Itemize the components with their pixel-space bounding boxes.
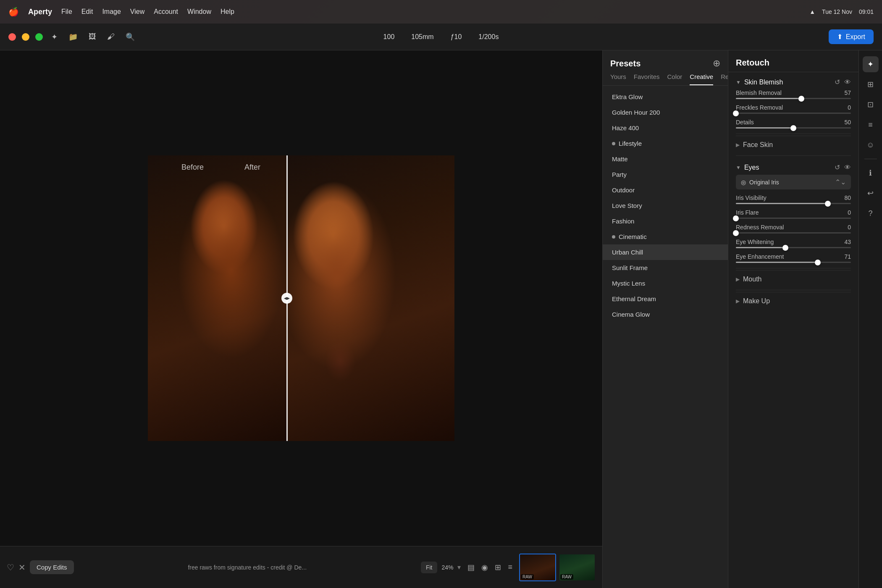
tool-layers[interactable]: ⊞ [863, 76, 879, 92]
preset-item-sunlit-frame[interactable]: Sunlit Frame [603, 260, 728, 276]
tab-yours[interactable]: Yours [610, 73, 626, 85]
eyes-reset-icon[interactable]: ↺ [835, 163, 840, 171]
menu-view[interactable]: View [130, 8, 144, 16]
divider-handle[interactable] [281, 293, 292, 304]
export-button[interactable]: ⬆ Export [829, 29, 874, 44]
sort-button[interactable]: ≡ [506, 561, 514, 573]
eyes-chevron[interactable]: ▼ [736, 165, 741, 171]
tool-face[interactable]: ☺ [863, 137, 879, 153]
shutter-speed: 1/200s [478, 33, 499, 41]
preset-item-mystic-lens[interactable]: Mystic Lens [603, 276, 728, 291]
blemish-removal-fill [736, 98, 801, 99]
preset-item-party[interactable]: Party [603, 167, 728, 182]
preview-view-button[interactable]: ◉ [480, 561, 490, 574]
preset-item-golden-hour[interactable]: Golden Hour 200 [603, 105, 728, 120]
skin-blemish-reset-icon[interactable]: ↺ [835, 78, 840, 86]
tool-adjustments[interactable]: ≡ [863, 117, 879, 133]
tab-color[interactable]: Color [667, 73, 682, 85]
eye-enhancement-slider[interactable] [736, 262, 851, 263]
blemish-removal-label-row: Blemish Removal 57 [736, 89, 851, 96]
tool-undo[interactable]: ↩ [863, 185, 879, 201]
app-name[interactable]: Aperty [28, 8, 52, 16]
fit-button[interactable]: Fit [421, 562, 438, 573]
minimize-button[interactable] [22, 33, 29, 41]
before-label: Before [181, 163, 204, 172]
eye-whitening-slider[interactable] [736, 247, 851, 248]
menu-image[interactable]: Image [102, 8, 121, 16]
presets-tabs: Yours Favorites Color Creative Retou... [603, 69, 728, 86]
preset-item-outdoor[interactable]: Outdoor [603, 182, 728, 198]
details-thumb[interactable] [790, 125, 796, 131]
menu-edit[interactable]: Edit [81, 8, 93, 16]
apple-logo[interactable]: 🍎 [8, 7, 19, 17]
iris-flare-thumb[interactable] [733, 215, 739, 221]
freckles-removal-slider[interactable] [736, 113, 851, 114]
magic-icon[interactable]: ✦ [49, 30, 60, 44]
favorite-icon[interactable]: ♡ [7, 562, 14, 572]
skin-blemish-actions: ↺ 👁 [835, 78, 851, 86]
tab-favorites[interactable]: Favorites [634, 73, 660, 85]
toolbar-left: ✦ 📁 🖼 🖌 🔍 [8, 30, 137, 44]
iris-flare-slider[interactable] [736, 218, 851, 219]
tool-info[interactable]: ℹ [863, 165, 879, 181]
preset-item-ektra-glow[interactable]: Ektra Glow [603, 89, 728, 105]
tool-crop[interactable]: ⊡ [863, 97, 879, 113]
eyes-eye-icon[interactable]: 👁 [844, 164, 851, 171]
reject-icon[interactable]: ✕ [18, 562, 26, 572]
preset-group-cinematic[interactable]: Cinematic [603, 229, 728, 244]
info-tool-icon: ℹ [869, 168, 872, 178]
preset-item-ethernal-dream[interactable]: Ethernal Dream [603, 291, 728, 307]
tool-retouch[interactable]: ✦ [863, 56, 879, 72]
preset-item-fashion[interactable]: Fashion [603, 213, 728, 229]
zoom-dropdown-icon[interactable]: ▾ [457, 563, 461, 571]
eyes-section-header: ▼ Eyes ↺ 👁 [736, 158, 851, 175]
menu-account[interactable]: Account [154, 8, 178, 16]
blemish-removal-slider[interactable] [736, 98, 851, 99]
presets-header: Presets ⊕ [603, 50, 728, 69]
copy-edits-button[interactable]: Copy Edits [30, 560, 74, 574]
close-button[interactable] [8, 33, 16, 41]
thumbnail-1[interactable]: RAW [519, 554, 556, 581]
preset-item-haze-400[interactable]: Haze 400 [603, 120, 728, 136]
grid-view-button[interactable]: ⊞ [493, 561, 503, 574]
add-preset-button[interactable]: ⊕ [713, 58, 720, 69]
folder-icon[interactable]: 📁 [66, 30, 80, 44]
thumbnail-2-badge: RAW [560, 574, 573, 580]
blemish-removal-thumb[interactable] [798, 96, 804, 102]
menu-file[interactable]: File [61, 8, 72, 16]
iris-visibility-thumb[interactable] [825, 201, 831, 207]
menu-help[interactable]: Help [220, 8, 234, 16]
face-skin-section[interactable]: ▶ Face Skin [736, 136, 851, 154]
thumbnail-2[interactable]: RAW [559, 554, 596, 581]
mouth-section[interactable]: ▶ Mouth [736, 270, 851, 288]
image-icon[interactable]: 🖼 [86, 30, 99, 44]
eye-whitening-value: 43 [844, 239, 851, 245]
redness-removal-slider[interactable] [736, 232, 851, 234]
iris-dropdown[interactable]: ◎ Original Iris ⌃⌄ [736, 175, 851, 189]
iris-visibility-slider[interactable] [736, 203, 851, 204]
tool-help[interactable]: ? [863, 205, 879, 221]
preset-group-lifestyle[interactable]: Lifestyle [603, 136, 728, 151]
preset-item-cinema-glow[interactable]: Cinema Glow [603, 307, 728, 322]
menu-window[interactable]: Window [187, 8, 211, 16]
details-slider[interactable] [736, 127, 851, 129]
make-up-section[interactable]: ▶ Make Up [736, 292, 851, 310]
skin-blemish-eye-icon[interactable]: 👁 [844, 79, 851, 86]
tab-creative[interactable]: Creative [690, 73, 713, 85]
redness-removal-thumb[interactable] [733, 230, 739, 236]
eye-whitening-thumb[interactable] [782, 245, 788, 251]
skin-blemish-chevron[interactable]: ▼ [736, 79, 741, 85]
brush-icon[interactable]: 🖌 [105, 30, 117, 44]
bottom-bar: ♡ ✕ Copy Edits free raws from signature … [0, 546, 602, 588]
freckles-removal-control: Freckles Removal 0 [736, 104, 851, 114]
tab-retou[interactable]: Retou... [721, 73, 728, 85]
preset-item-matte[interactable]: Matte [603, 151, 728, 167]
zoom-icon[interactable]: 🔍 [123, 30, 137, 44]
freckles-removal-thumb[interactable] [733, 110, 739, 116]
details-fill [736, 127, 793, 129]
eye-enhancement-thumb[interactable] [815, 260, 821, 265]
preset-item-urban-chill[interactable]: Urban Chill [603, 244, 728, 260]
maximize-button[interactable] [35, 33, 43, 41]
preset-item-love-story[interactable]: Love Story [603, 198, 728, 213]
filmstrip-view-button[interactable]: ▤ [466, 561, 476, 574]
